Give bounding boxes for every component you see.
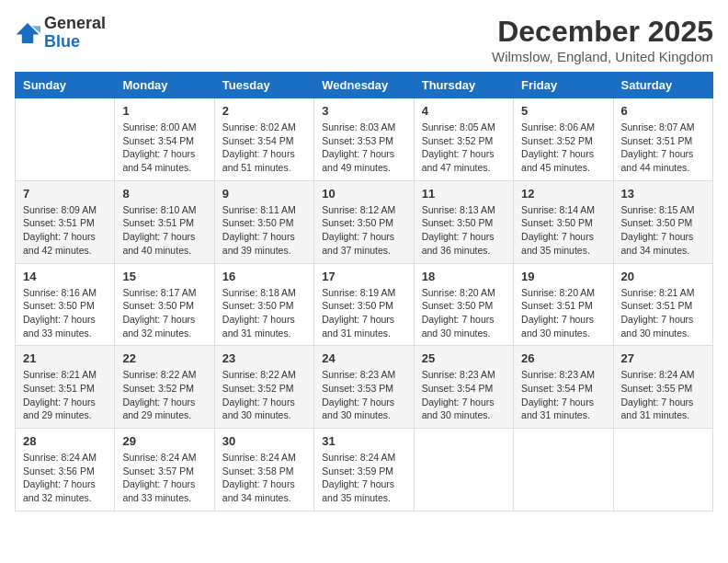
calendar-day-header: Tuesday bbox=[214, 73, 313, 98]
day-number: 21 bbox=[23, 351, 107, 365]
day-number: 6 bbox=[621, 104, 705, 118]
day-info: Sunrise: 8:24 AMSunset: 3:57 PMDaylight:… bbox=[122, 451, 206, 505]
calendar-day-cell: 10Sunrise: 8:12 AMSunset: 3:50 PMDayligh… bbox=[314, 180, 414, 263]
calendar-day-cell: 6Sunrise: 8:07 AMSunset: 3:51 PMDaylight… bbox=[613, 98, 712, 181]
calendar-day-cell: 9Sunrise: 8:11 AMSunset: 3:50 PMDaylight… bbox=[214, 180, 313, 263]
day-number: 24 bbox=[322, 351, 405, 365]
day-info: Sunrise: 8:10 AMSunset: 3:51 PMDaylight:… bbox=[122, 203, 206, 258]
calendar-day-cell: 16Sunrise: 8:18 AMSunset: 3:50 PMDayligh… bbox=[214, 263, 313, 346]
calendar-week-row: 14Sunrise: 8:16 AMSunset: 3:50 PMDayligh… bbox=[16, 263, 713, 346]
day-info: Sunrise: 8:24 AMSunset: 3:55 PMDaylight:… bbox=[621, 368, 705, 422]
day-info: Sunrise: 8:19 AMSunset: 3:50 PMDaylight:… bbox=[322, 286, 405, 340]
day-number: 31 bbox=[322, 434, 405, 448]
logo-general: General bbox=[44, 15, 106, 33]
calendar-day-header: Thursday bbox=[414, 73, 513, 98]
day-info: Sunrise: 8:21 AMSunset: 3:51 PMDaylight:… bbox=[621, 286, 705, 340]
calendar-day-cell: 3Sunrise: 8:03 AMSunset: 3:53 PMDaylight… bbox=[314, 98, 414, 181]
logo-icon bbox=[15, 20, 40, 46]
calendar-day-cell bbox=[613, 429, 712, 511]
day-info: Sunrise: 8:24 AMSunset: 3:56 PMDaylight:… bbox=[23, 451, 107, 505]
day-number: 17 bbox=[322, 270, 405, 283]
calendar-day-cell: 24Sunrise: 8:23 AMSunset: 3:53 PMDayligh… bbox=[314, 346, 414, 429]
month-title: December 2025 bbox=[492, 15, 713, 49]
day-info: Sunrise: 8:05 AMSunset: 3:52 PMDaylight:… bbox=[422, 121, 506, 175]
day-number: 16 bbox=[222, 270, 306, 283]
calendar-day-cell: 20Sunrise: 8:21 AMSunset: 3:51 PMDayligh… bbox=[613, 263, 712, 346]
calendar-day-cell: 28Sunrise: 8:24 AMSunset: 3:56 PMDayligh… bbox=[16, 429, 115, 511]
day-number: 29 bbox=[122, 434, 206, 448]
calendar-day-header: Wednesday bbox=[314, 73, 414, 98]
day-number: 13 bbox=[621, 187, 705, 201]
day-info: Sunrise: 8:17 AMSunset: 3:50 PMDaylight:… bbox=[122, 286, 206, 340]
calendar-day-cell: 7Sunrise: 8:09 AMSunset: 3:51 PMDaylight… bbox=[16, 180, 115, 263]
day-info: Sunrise: 8:00 AMSunset: 3:54 PMDaylight:… bbox=[122, 121, 206, 175]
calendar-day-cell: 21Sunrise: 8:21 AMSunset: 3:51 PMDayligh… bbox=[16, 346, 115, 429]
calendar-day-cell: 30Sunrise: 8:24 AMSunset: 3:58 PMDayligh… bbox=[214, 429, 313, 511]
day-info: Sunrise: 8:03 AMSunset: 3:53 PMDaylight:… bbox=[322, 121, 405, 175]
calendar-day-cell: 4Sunrise: 8:05 AMSunset: 3:52 PMDaylight… bbox=[414, 98, 513, 181]
day-info: Sunrise: 8:23 AMSunset: 3:54 PMDaylight:… bbox=[521, 368, 605, 422]
day-info: Sunrise: 8:20 AMSunset: 3:50 PMDaylight:… bbox=[422, 286, 506, 340]
calendar-day-cell: 27Sunrise: 8:24 AMSunset: 3:55 PMDayligh… bbox=[613, 346, 712, 429]
day-number: 26 bbox=[521, 351, 605, 365]
day-number: 3 bbox=[322, 104, 405, 118]
day-info: Sunrise: 8:21 AMSunset: 3:51 PMDaylight:… bbox=[23, 368, 107, 422]
day-number: 12 bbox=[521, 187, 605, 201]
day-info: Sunrise: 8:07 AMSunset: 3:51 PMDaylight:… bbox=[621, 121, 705, 175]
day-number: 15 bbox=[122, 270, 206, 283]
calendar-week-row: 28Sunrise: 8:24 AMSunset: 3:56 PMDayligh… bbox=[16, 429, 713, 511]
calendar-day-cell: 5Sunrise: 8:06 AMSunset: 3:52 PMDaylight… bbox=[514, 98, 613, 181]
day-number: 30 bbox=[222, 434, 306, 448]
day-info: Sunrise: 8:20 AMSunset: 3:51 PMDaylight:… bbox=[521, 286, 605, 340]
day-info: Sunrise: 8:11 AMSunset: 3:50 PMDaylight:… bbox=[222, 203, 306, 258]
day-info: Sunrise: 8:02 AMSunset: 3:54 PMDaylight:… bbox=[222, 121, 306, 175]
page-header: General Blue December 2025 Wilmslow, Eng… bbox=[15, 15, 713, 64]
day-number: 27 bbox=[621, 351, 705, 365]
calendar-day-cell: 26Sunrise: 8:23 AMSunset: 3:54 PMDayligh… bbox=[514, 346, 613, 429]
calendar-week-row: 7Sunrise: 8:09 AMSunset: 3:51 PMDaylight… bbox=[16, 180, 713, 263]
calendar-day-cell bbox=[16, 98, 115, 181]
day-info: Sunrise: 8:23 AMSunset: 3:54 PMDaylight:… bbox=[422, 368, 506, 422]
day-info: Sunrise: 8:23 AMSunset: 3:53 PMDaylight:… bbox=[322, 368, 405, 422]
calendar-day-cell bbox=[414, 429, 513, 511]
day-info: Sunrise: 8:13 AMSunset: 3:50 PMDaylight:… bbox=[422, 203, 506, 258]
calendar-day-cell: 11Sunrise: 8:13 AMSunset: 3:50 PMDayligh… bbox=[414, 180, 513, 263]
day-number: 20 bbox=[621, 270, 705, 283]
calendar-day-cell: 15Sunrise: 8:17 AMSunset: 3:50 PMDayligh… bbox=[115, 263, 214, 346]
calendar-day-cell: 25Sunrise: 8:23 AMSunset: 3:54 PMDayligh… bbox=[414, 346, 513, 429]
day-number: 2 bbox=[222, 104, 306, 118]
calendar-day-cell: 14Sunrise: 8:16 AMSunset: 3:50 PMDayligh… bbox=[16, 263, 115, 346]
day-number: 4 bbox=[422, 104, 506, 118]
day-info: Sunrise: 8:22 AMSunset: 3:52 PMDaylight:… bbox=[122, 368, 206, 422]
day-number: 19 bbox=[521, 270, 605, 283]
calendar-table: SundayMondayTuesdayWednesdayThursdayFrid… bbox=[15, 72, 713, 511]
logo: General Blue bbox=[15, 15, 106, 52]
day-number: 1 bbox=[122, 104, 206, 118]
day-info: Sunrise: 8:16 AMSunset: 3:50 PMDaylight:… bbox=[23, 286, 107, 340]
calendar-day-cell bbox=[514, 429, 613, 511]
calendar-day-cell: 8Sunrise: 8:10 AMSunset: 3:51 PMDaylight… bbox=[115, 180, 214, 263]
day-number: 8 bbox=[122, 187, 206, 201]
day-number: 5 bbox=[521, 104, 605, 118]
day-info: Sunrise: 8:06 AMSunset: 3:52 PMDaylight:… bbox=[521, 121, 605, 175]
calendar-week-row: 21Sunrise: 8:21 AMSunset: 3:51 PMDayligh… bbox=[16, 346, 713, 429]
calendar-day-cell: 31Sunrise: 8:24 AMSunset: 3:59 PMDayligh… bbox=[314, 429, 414, 511]
day-number: 25 bbox=[422, 351, 506, 365]
day-info: Sunrise: 8:12 AMSunset: 3:50 PMDaylight:… bbox=[322, 203, 405, 258]
calendar-day-cell: 22Sunrise: 8:22 AMSunset: 3:52 PMDayligh… bbox=[115, 346, 214, 429]
day-number: 23 bbox=[222, 351, 306, 365]
day-number: 28 bbox=[23, 434, 107, 448]
day-info: Sunrise: 8:24 AMSunset: 3:58 PMDaylight:… bbox=[222, 451, 306, 505]
day-number: 22 bbox=[122, 351, 206, 365]
day-info: Sunrise: 8:15 AMSunset: 3:50 PMDaylight:… bbox=[621, 203, 705, 258]
calendar-day-header: Sunday bbox=[16, 73, 115, 98]
calendar-day-cell: 12Sunrise: 8:14 AMSunset: 3:50 PMDayligh… bbox=[514, 180, 613, 263]
calendar-day-cell: 29Sunrise: 8:24 AMSunset: 3:57 PMDayligh… bbox=[115, 429, 214, 511]
day-info: Sunrise: 8:18 AMSunset: 3:50 PMDaylight:… bbox=[222, 286, 306, 340]
title-block: December 2025 Wilmslow, England, United … bbox=[492, 15, 713, 64]
calendar-day-cell: 19Sunrise: 8:20 AMSunset: 3:51 PMDayligh… bbox=[514, 263, 613, 346]
calendar-day-cell: 23Sunrise: 8:22 AMSunset: 3:52 PMDayligh… bbox=[214, 346, 313, 429]
location: Wilmslow, England, United Kingdom bbox=[492, 49, 713, 64]
day-info: Sunrise: 8:22 AMSunset: 3:52 PMDaylight:… bbox=[222, 368, 306, 422]
day-number: 9 bbox=[222, 187, 306, 201]
